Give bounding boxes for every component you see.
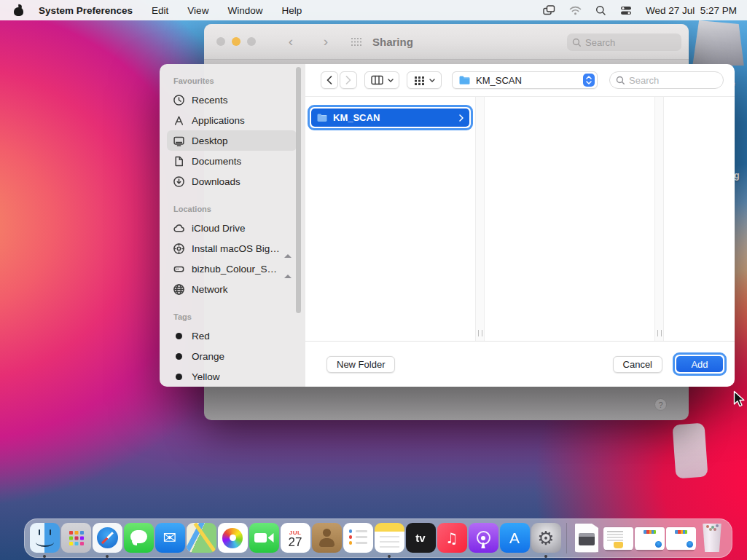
thumbnail-logo (675, 530, 687, 534)
menu-window[interactable]: Window (227, 5, 262, 16)
sidebar-item-recents[interactable]: Recents (167, 90, 297, 110)
facetime-dock-icon[interactable] (249, 523, 279, 553)
new-folder-button[interactable]: New Folder (326, 356, 395, 373)
panel-search-input[interactable] (629, 75, 709, 86)
reminders-dock-icon[interactable] (343, 523, 373, 553)
calendar-day: 27 (289, 536, 302, 548)
notes-dock-icon[interactable] (375, 523, 404, 553)
apple-menu-icon[interactable] (13, 4, 24, 17)
panel-search-field[interactable] (609, 71, 724, 89)
sidebar-item-label: Network (192, 284, 228, 295)
back-button[interactable] (321, 71, 338, 89)
sidebar-item-label: Documents (192, 156, 241, 167)
menu-app-name[interactable]: System Preferences (39, 5, 133, 16)
search-icon (616, 76, 625, 85)
sidebar-item-tag-red[interactable]: Red (167, 326, 297, 346)
folder-row-km-scan[interactable]: KM_SCAN (311, 109, 469, 127)
eject-icon[interactable] (284, 243, 292, 254)
calendar-dock-icon[interactable]: JUL 27 (281, 523, 310, 553)
sidebar-item-label: Yellow (192, 371, 220, 382)
column-browser: KM_SCAN (305, 97, 735, 341)
sidebar-item-icloud-drive[interactable]: iCloud Drive (167, 218, 297, 238)
camera-body (254, 533, 267, 543)
tag-dot-icon (173, 350, 185, 363)
app-store-dock-icon[interactable]: A (500, 523, 530, 553)
eject-icon[interactable] (284, 264, 292, 275)
browser-column-2[interactable] (485, 97, 654, 341)
podcasts-dock-icon[interactable] (469, 523, 498, 553)
camera-lens (268, 533, 274, 543)
screen-mirroring-icon[interactable] (543, 5, 555, 15)
forward-icon[interactable]: › (319, 33, 332, 50)
menu-edit[interactable]: Edit (152, 5, 168, 16)
column-resize-handle[interactable] (478, 330, 482, 336)
photos-dock-icon[interactable] (218, 523, 248, 553)
menu-bar: System Preferences Edit View Window Help… (0, 0, 747, 20)
tv-dock-icon[interactable]: tv (406, 523, 436, 553)
launchpad-dock-icon[interactable] (61, 523, 91, 553)
launchpad-grid (69, 531, 73, 535)
folder-path-dropdown[interactable]: KM_SCAN (452, 71, 598, 89)
mail-dock-icon[interactable]: ✉ (155, 523, 185, 553)
person-body (319, 538, 335, 547)
document-page (575, 524, 598, 553)
wifi-icon[interactable] (569, 6, 582, 15)
sidebar-scrollbar[interactable] (296, 67, 301, 313)
menu-view[interactable]: View (187, 5, 208, 16)
group-by-button[interactable] (407, 71, 442, 89)
messages-dock-icon[interactable] (124, 523, 154, 553)
control-center-icon[interactable] (620, 6, 632, 15)
file-browser-main: KM_SCAN KM_SCAN (305, 64, 735, 387)
help-button[interactable]: ? (654, 398, 667, 411)
finder-dock-icon[interactable] (30, 523, 60, 553)
sidebar-item-tag-orange[interactable]: Orange (167, 346, 297, 366)
music-dock-icon[interactable]: ♫ (437, 523, 467, 553)
column-divider (475, 97, 485, 341)
sidebar-item-network[interactable]: Network (167, 279, 297, 299)
browser-column-1[interactable]: KM_SCAN (305, 97, 475, 341)
podcast-dot (481, 536, 485, 540)
safari-badge-icon (686, 540, 694, 548)
trash-dock-icon[interactable] (697, 523, 727, 553)
close-traffic-light[interactable] (216, 37, 225, 46)
folder-row-label: KM_SCAN (333, 112, 459, 123)
back-icon[interactable]: ‹ (284, 33, 297, 50)
view-mode-button[interactable] (364, 71, 399, 89)
folder-stepper-control[interactable] (583, 74, 595, 87)
minimized-notes-window[interactable] (603, 523, 633, 553)
cancel-button[interactable]: Cancel (613, 356, 662, 373)
disk-image-file-dock-icon[interactable] (572, 523, 602, 553)
minimized-safari-window-2[interactable] (666, 523, 696, 553)
sidebar-item-tag-yellow[interactable]: Yellow (167, 366, 297, 387)
browser-column-3[interactable] (664, 97, 735, 341)
sidebar-item-documents[interactable]: Documents (167, 151, 297, 171)
minimized-safari-window[interactable] (635, 523, 665, 553)
sidebar-item-downloads[interactable]: Downloads (167, 171, 297, 192)
contacts-dock-icon[interactable] (312, 523, 342, 553)
sharing-search-field[interactable] (567, 33, 681, 51)
envelope-icon: ✉ (163, 529, 176, 547)
cloud-icon (173, 222, 185, 234)
maps-dock-icon[interactable] (187, 523, 216, 553)
zoom-traffic-light[interactable] (247, 37, 256, 46)
thumbnail-accent (614, 542, 623, 548)
add-button[interactable]: Add (676, 356, 723, 372)
menu-bar-clock[interactable]: Wed 27 Jul 5:27 PM (646, 5, 737, 16)
spotlight-search-icon[interactable] (595, 5, 606, 16)
sharing-search-input[interactable] (585, 37, 665, 48)
menu-help[interactable]: Help (281, 5, 302, 16)
safari-dock-icon[interactable] (93, 523, 122, 553)
system-preferences-dock-icon[interactable]: ⚙ (531, 523, 561, 553)
sidebar-item-applications[interactable]: Applications (167, 110, 297, 130)
sidebar-item-desktop[interactable]: Desktop (167, 130, 297, 151)
column-resize-handle[interactable] (657, 330, 662, 336)
column-divider (654, 97, 664, 341)
window-title: Sharing (372, 36, 413, 48)
minimize-traffic-light[interactable] (232, 37, 240, 46)
section-title-locations: Locations (160, 201, 305, 218)
forward-button[interactable] (340, 71, 357, 89)
show-all-grid-icon[interactable] (351, 38, 361, 46)
tv-label: tv (415, 532, 425, 544)
sidebar-item-install-macos[interactable]: Install macOS Big… (167, 238, 297, 259)
sidebar-item-bizhub-drive[interactable]: bizhub_Colour_S… (167, 259, 297, 279)
